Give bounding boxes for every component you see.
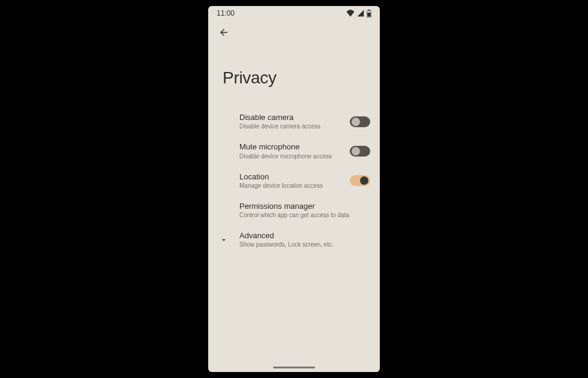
setting-title: Location bbox=[239, 172, 350, 182]
arrow-back-icon bbox=[218, 27, 229, 40]
toggle-location[interactable] bbox=[350, 175, 370, 186]
setting-mute-microphone[interactable]: Mute microphone Disable device microphon… bbox=[208, 136, 380, 166]
svg-rect-1 bbox=[368, 10, 370, 11]
setting-subtitle: Manage device location access bbox=[239, 182, 350, 190]
setting-subtitle: Show passwords, Lock screen, etc. bbox=[239, 241, 370, 248]
settings-list: Disable camera Disable device camera acc… bbox=[208, 102, 380, 372]
svg-rect-2 bbox=[367, 12, 371, 16]
back-button[interactable] bbox=[215, 25, 232, 42]
toggle-mute-microphone[interactable] bbox=[350, 146, 370, 157]
setting-subtitle: Control which app can get access to data bbox=[239, 211, 370, 219]
battery-icon bbox=[367, 10, 371, 17]
setting-permissions-manager[interactable]: Permissions manager Control which app ca… bbox=[208, 196, 380, 225]
setting-subtitle: Disable device microphone access bbox=[239, 152, 350, 160]
toolbar bbox=[208, 20, 380, 42]
privacy-settings-screen: 11:00 Privacy Disable camera Disable dev… bbox=[208, 6, 380, 372]
setting-location[interactable]: Location Manage device location access bbox=[208, 166, 380, 196]
setting-title: Mute microphone bbox=[239, 142, 350, 152]
setting-title: Advanced bbox=[239, 231, 370, 241]
setting-title: Disable camera bbox=[239, 113, 350, 122]
toggle-disable-camera[interactable] bbox=[350, 116, 370, 127]
status-icons bbox=[346, 10, 371, 17]
wifi-icon bbox=[346, 10, 355, 17]
nav-handle[interactable] bbox=[273, 367, 315, 368]
setting-subtitle: Disable device camera access bbox=[239, 122, 350, 130]
setting-advanced[interactable]: Advanced Show passwords, Lock screen, et… bbox=[208, 225, 380, 254]
chevron-down-icon bbox=[218, 234, 230, 246]
signal-icon bbox=[357, 10, 364, 17]
status-time: 11:00 bbox=[217, 9, 235, 17]
status-bar: 11:00 bbox=[208, 6, 380, 20]
setting-title: Permissions manager bbox=[239, 202, 370, 211]
setting-disable-camera[interactable]: Disable camera Disable device camera acc… bbox=[208, 107, 380, 136]
page-title: Privacy bbox=[208, 42, 380, 102]
